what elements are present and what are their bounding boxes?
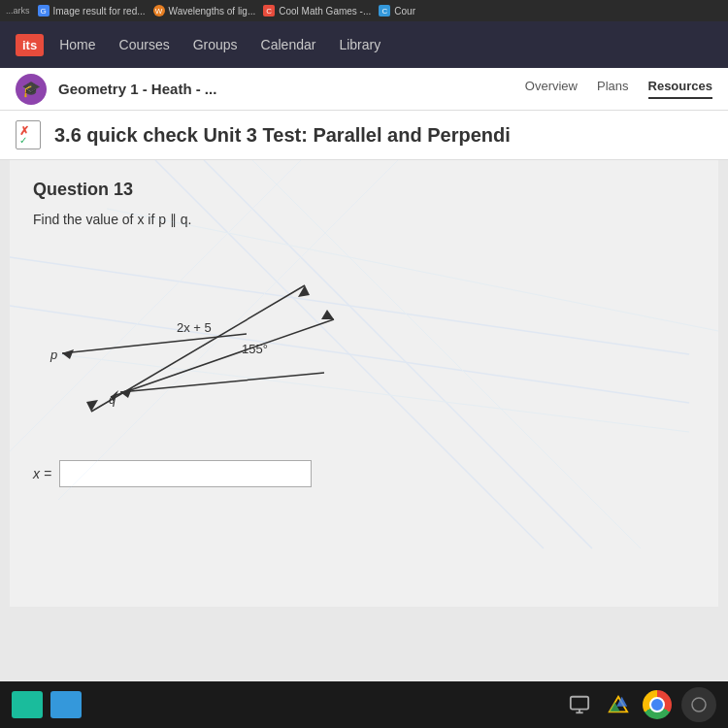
question-area: Question 13 Find the value of x if p ∥ q…	[10, 160, 718, 607]
tab-wavelengths-label: Wavelengths of lig...	[169, 6, 256, 17]
svg-text:2x + 5: 2x + 5	[177, 320, 212, 335]
check-icon: ✓	[19, 135, 27, 146]
diagram-container: 2x + 5 155° p q	[33, 247, 344, 441]
taskbar	[0, 681, 728, 728]
browser-bar: ...arks G Image result for red... W Wave…	[0, 0, 728, 21]
monitor-icon[interactable]	[565, 690, 594, 719]
tab-cour[interactable]: C Cour	[379, 5, 415, 17]
main-content: its Home Courses Groups Calendar Library…	[0, 21, 728, 728]
answer-row: x =	[33, 460, 695, 487]
wavelength-favicon: W	[153, 5, 165, 17]
svg-marker-16	[62, 349, 74, 359]
tab-resources[interactable]: Resources	[648, 79, 712, 99]
course-title: Geometry 1 - Heath - ...	[58, 81, 525, 97]
nav-groups[interactable]: Groups	[193, 37, 238, 52]
answer-input[interactable]	[59, 460, 312, 487]
course-icon-glyph: 🎓	[21, 80, 41, 98]
windows-start-button[interactable]	[681, 687, 716, 722]
question-number: Question 13	[33, 180, 695, 200]
taskbar-left	[12, 691, 82, 718]
taskbar-btn-teal[interactable]	[12, 691, 43, 718]
nav-home[interactable]: Home	[59, 37, 95, 52]
svg-marker-10	[298, 285, 310, 297]
cour-favicon: C	[379, 5, 390, 17]
svg-text:155°: 155°	[242, 342, 268, 356]
tab-coolmath[interactable]: C Cool Math Games -...	[263, 5, 371, 17]
tab-overview[interactable]: Overview	[525, 79, 578, 99]
tab-plans[interactable]: Plans	[597, 79, 629, 99]
nav-calendar[interactable]: Calendar	[261, 37, 316, 52]
assignment-header: ✗ ✓ 3.6 quick check Unit 3 Test: Paralle…	[0, 111, 728, 160]
tab-cour-label: Cour	[394, 6, 415, 17]
geometry-diagram: 2x + 5 155° p q	[33, 247, 344, 441]
svg-marker-11	[86, 400, 98, 412]
course-icon: 🎓	[16, 74, 47, 105]
address-partial: ...arks	[6, 6, 30, 16]
taskbar-btn-blue[interactable]	[50, 691, 82, 718]
course-tabs: Overview Plans Resources	[525, 79, 712, 99]
lms-nav: its Home Courses Groups Calendar Library	[0, 21, 728, 68]
tab-wavelengths[interactable]: W Wavelengths of lig...	[153, 5, 256, 17]
answer-label: x =	[33, 466, 51, 481]
google-favicon: G	[38, 5, 50, 17]
assignment-icon: ✗ ✓	[16, 120, 45, 149]
svg-line-12	[111, 319, 334, 397]
assignment-title: 3.6 quick check Unit 3 Test: Parallel an…	[54, 124, 511, 147]
chrome-icon[interactable]	[643, 690, 672, 719]
course-subnav: 🎓 Geometry 1 - Heath - ... Overview Plan…	[0, 68, 728, 111]
drive-icon[interactable]	[604, 690, 633, 719]
nav-library[interactable]: Library	[339, 37, 381, 52]
svg-point-29	[692, 698, 706, 711]
svg-marker-18	[120, 388, 132, 398]
svg-marker-13	[321, 310, 334, 319]
tab-google-label: Image result for red...	[53, 6, 146, 17]
question-text: Find the value of x if p ∥ q.	[33, 212, 695, 227]
nav-courses[interactable]: Courses	[119, 37, 170, 52]
lms-nav-links: Home Courses Groups Calendar Library	[59, 37, 381, 52]
taskbar-right	[565, 687, 716, 722]
svg-rect-23	[571, 697, 588, 710]
tab-coolmath-label: Cool Math Games -...	[279, 6, 371, 17]
assignment-page-icon: ✗ ✓	[16, 120, 41, 149]
tab-google[interactable]: G Image result for red...	[38, 5, 146, 17]
svg-text:q: q	[109, 392, 116, 407]
svg-line-15	[62, 334, 247, 353]
coolmath-favicon: C	[263, 5, 275, 17]
lms-logo[interactable]: its	[16, 34, 44, 56]
question-text-content: Find the value of x if p ∥ q.	[33, 212, 191, 227]
svg-text:p: p	[50, 347, 57, 362]
